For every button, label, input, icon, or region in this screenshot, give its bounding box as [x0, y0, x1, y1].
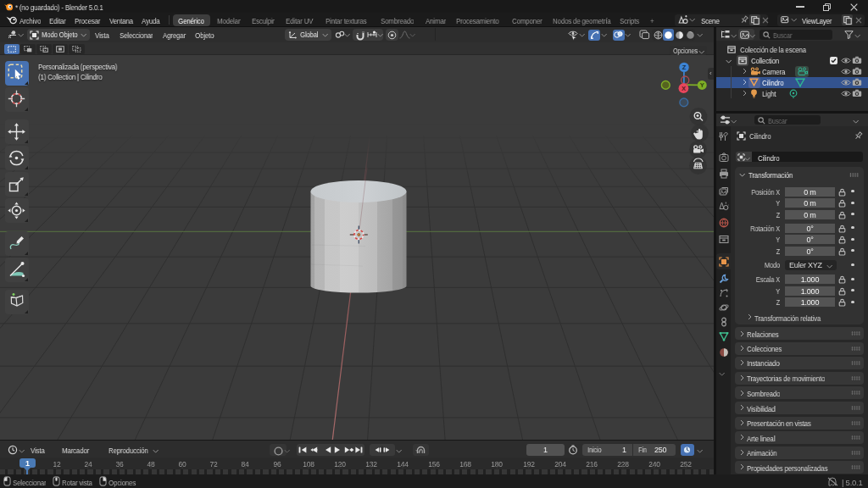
- svg-text:Y: Y: [700, 81, 704, 89]
- svg-text:Z: Z: [682, 64, 687, 71]
- svg-text:X: X: [682, 85, 686, 92]
